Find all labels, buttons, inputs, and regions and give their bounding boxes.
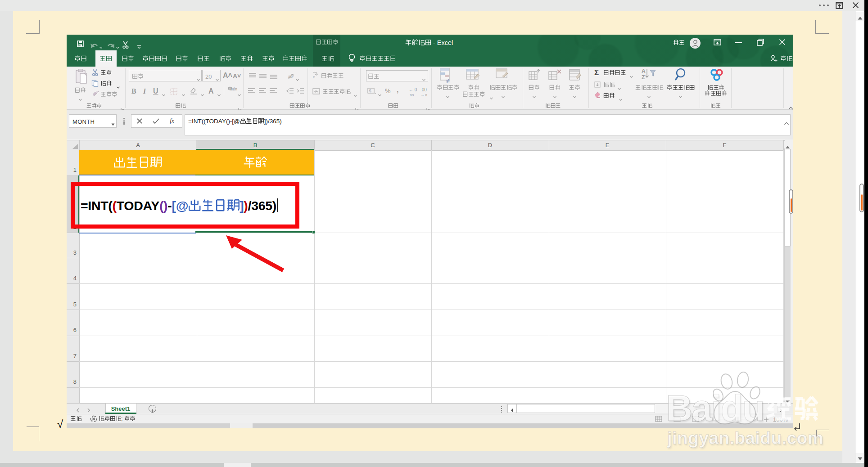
- svg-text:ab: ab: [288, 74, 293, 79]
- svg-text:$: $: [369, 89, 371, 93]
- svg-text:≠: ≠: [446, 77, 450, 84]
- svg-text:Z: Z: [642, 74, 645, 81]
- svg-text:c: c: [313, 75, 315, 79]
- svg-text:A: A: [642, 68, 646, 74]
